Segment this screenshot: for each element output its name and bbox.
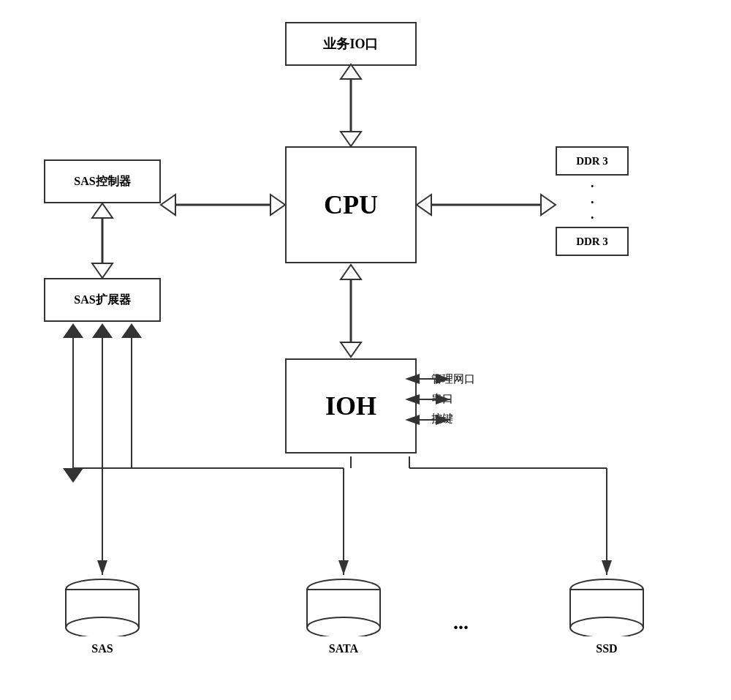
ddr3-bottom-box: DDR 3 — [556, 227, 629, 256]
io-port-box: 业务IO口 — [285, 22, 417, 66]
ssd-disk-label: SSD — [563, 642, 651, 655]
sas-controller-box: SAS控制器 — [44, 159, 161, 203]
svg-marker-46 — [121, 323, 142, 338]
serial-label: 串口 — [431, 393, 453, 404]
ddr3-bottom-label: DDR 3 — [576, 236, 608, 248]
svg-point-8 — [570, 617, 643, 636]
io-port-label: 业务IO口 — [323, 35, 378, 53]
ioh-right-labels: 管理网口 串口 按键 — [431, 369, 475, 429]
svg-point-2 — [66, 617, 139, 636]
svg-marker-19 — [161, 195, 175, 215]
sas-disk-group: SAS — [58, 578, 146, 655]
sata-disk-group: SATA — [300, 578, 387, 655]
svg-point-5 — [307, 617, 380, 636]
svg-marker-25 — [341, 265, 361, 279]
sata-disk-label: SATA — [300, 642, 387, 655]
sata-cylinder-svg — [300, 578, 387, 636]
mgmt-label: 管理网口 — [431, 373, 475, 385]
sas-controller-label: SAS控制器 — [74, 174, 130, 189]
disk-dots: ... — [453, 611, 469, 634]
cpu-label: CPU — [324, 189, 378, 220]
button-label: 按键 — [431, 413, 453, 424]
architecture-diagram: 业务IO口 CPU SAS控制器 SAS扩展器 DDR 3 DDR 3 ··· … — [0, 0, 731, 700]
svg-marker-29 — [92, 263, 113, 278]
sas-disk-label: SAS — [58, 642, 146, 655]
ddr3-top-box: DDR 3 — [556, 146, 629, 176]
svg-marker-23 — [417, 195, 431, 215]
ddr3-top-label: DDR 3 — [576, 155, 608, 168]
svg-marker-20 — [270, 195, 285, 215]
ioh-label: IOH — [325, 391, 376, 421]
ioh-box: IOH — [285, 358, 417, 454]
svg-marker-22 — [541, 195, 556, 215]
ddr-dots: ··· — [591, 179, 594, 227]
sas-expander-box: SAS扩展器 — [44, 278, 161, 322]
svg-marker-17 — [341, 132, 361, 146]
svg-marker-47 — [63, 468, 83, 483]
ssd-disk-group: SSD — [563, 578, 651, 655]
svg-marker-28 — [92, 203, 113, 218]
svg-marker-36 — [63, 323, 83, 338]
ssd-cylinder-svg — [563, 578, 651, 636]
svg-marker-40 — [92, 323, 113, 338]
cpu-box: CPU — [285, 146, 417, 263]
sas-cylinder-svg — [58, 578, 146, 636]
svg-marker-16 — [341, 64, 361, 79]
sas-expander-label: SAS扩展器 — [74, 293, 130, 308]
svg-marker-26 — [341, 342, 361, 357]
